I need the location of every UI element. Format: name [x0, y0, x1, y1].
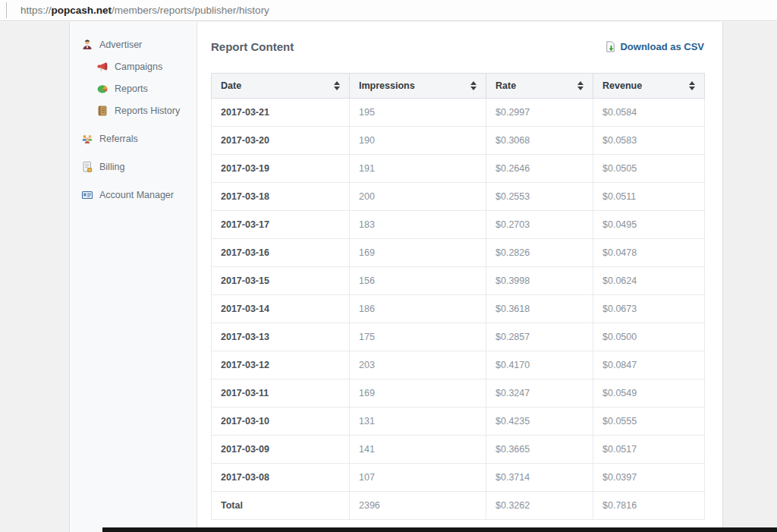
cell-rate: $0.2997: [486, 99, 593, 127]
cell-revenue: $0.0397: [593, 464, 705, 492]
sidebar-item-label: Campaigns: [115, 61, 162, 72]
cell-impressions: 190: [350, 127, 486, 155]
url-domain: popcash.net: [52, 5, 112, 16]
sidebar-item-advertiser[interactable]: Advertiser: [71, 33, 197, 55]
cell-rate: $0.2826: [486, 239, 593, 267]
cell-impressions: 191: [350, 155, 486, 183]
cell-revenue: $0.0495: [593, 211, 705, 239]
report-content-panel: Report Content Download as CSV Date Impr…: [198, 22, 722, 532]
address-bar-divider: [6, 2, 7, 18]
sort-icon[interactable]: [470, 81, 477, 90]
sidebar-item-referrals[interactable]: Referrals: [71, 127, 197, 150]
sidebar-item-label: Reports: [115, 83, 148, 94]
cell-date: 2017-03-20: [212, 127, 350, 155]
column-header-rate[interactable]: Rate: [486, 74, 593, 99]
column-header-revenue[interactable]: Revenue: [593, 74, 705, 99]
cell-impressions: 186: [350, 295, 486, 323]
cell-impressions: 175: [350, 323, 486, 351]
cell-date: 2017-03-16: [212, 239, 350, 267]
download-csv-label: Download as CSV: [620, 41, 704, 52]
sidebar-item-account-manager[interactable]: Account Manager: [71, 184, 197, 206]
cell-revenue: $0.0511: [593, 183, 705, 211]
url-text[interactable]: https://popcash.net/members/reports/publ…: [20, 0, 269, 20]
sidebar-item-label: Advertiser: [99, 39, 142, 50]
cell-date: 2017-03-18: [212, 183, 350, 211]
table-row: 2017-03-21 195 $0.2997 $0.0584: [212, 99, 705, 127]
pie-chart-icon: [96, 83, 109, 95]
cell-revenue: $0.0624: [593, 267, 705, 295]
cell-rate: $0.3618: [486, 295, 593, 323]
cell-impressions: 203: [350, 351, 486, 379]
sidebar-item-label: Reports History: [115, 105, 180, 116]
megaphone-icon: [96, 61, 109, 73]
cell-impressions: 195: [350, 99, 486, 127]
total-label: Total: [212, 492, 350, 520]
cell-date: 2017-03-19: [212, 155, 350, 183]
sidebar-item-billing[interactable]: Billing: [71, 156, 197, 178]
id-card-icon: [81, 189, 93, 201]
cell-rate: $0.4170: [486, 351, 593, 379]
cell-revenue: $0.0500: [593, 323, 705, 351]
table-row: 2017-03-18 200 $0.2553 $0.0511: [212, 183, 705, 211]
sidebar-item-reports[interactable]: Reports: [71, 77, 197, 99]
cell-rate: $0.4235: [486, 408, 593, 436]
cell-impressions: 169: [350, 239, 486, 267]
cell-impressions: 200: [350, 183, 486, 211]
cell-rate: $0.3068: [486, 127, 593, 155]
cell-date: 2017-03-11: [212, 379, 350, 408]
report-table-header: Date Impressions Rate Revenue: [212, 74, 705, 99]
report-table: Date Impressions Rate Revenue 2017-03-: [211, 73, 705, 520]
url-path: /members/reports/publisher/history: [112, 5, 269, 16]
cell-revenue: $0.0555: [593, 408, 705, 436]
cell-rate: $0.2703: [486, 211, 593, 239]
cell-rate: $0.2553: [486, 183, 593, 211]
cell-impressions: 141: [350, 436, 486, 464]
total-rate: $0.3262: [486, 492, 593, 520]
download-csv-icon: [605, 41, 616, 52]
cell-impressions: 107: [350, 464, 486, 492]
cell-rate: $0.3998: [486, 267, 593, 295]
page-body: Advertiser Campaigns Reports Reports His…: [0, 22, 777, 532]
cell-impressions: 156: [350, 267, 486, 295]
total-impressions: 2396: [350, 492, 486, 520]
cell-rate: $0.3247: [486, 379, 593, 408]
table-row: 2017-03-15 156 $0.3998 $0.0624: [212, 267, 705, 295]
table-row: 2017-03-11 169 $0.3247 $0.0549: [212, 379, 705, 408]
cell-rate: $0.3665: [486, 436, 593, 464]
cell-rate: $0.2857: [486, 323, 593, 351]
cell-date: 2017-03-13: [212, 323, 350, 351]
cell-impressions: 169: [350, 379, 486, 408]
cell-date: 2017-03-08: [212, 464, 350, 492]
table-row: 2017-03-16 169 $0.2826 $0.0478: [212, 239, 705, 267]
sort-icon[interactable]: [577, 81, 584, 90]
browser-address-bar[interactable]: https://popcash.net/members/reports/publ…: [0, 0, 777, 21]
cell-date: 2017-03-17: [212, 211, 350, 239]
sidebar-item-label: Account Manager: [99, 190, 174, 200]
download-csv-link[interactable]: Download as CSV: [605, 41, 704, 52]
notebook-icon: [96, 105, 109, 117]
table-row: 2017-03-12 203 $0.4170 $0.0847: [212, 351, 705, 379]
table-row: 2017-03-14 186 $0.3618 $0.0673: [212, 295, 705, 323]
cell-revenue: $0.0549: [593, 379, 705, 408]
sidebar-item-campaigns[interactable]: Campaigns: [71, 55, 197, 77]
column-header-impressions[interactable]: Impressions: [350, 74, 486, 99]
taskbar-strip: [102, 527, 777, 532]
column-header-date[interactable]: Date: [212, 74, 350, 99]
table-row: 2017-03-13 175 $0.2857 $0.0500: [212, 323, 705, 351]
sidebar-item-reports-history[interactable]: Reports History: [71, 99, 197, 121]
cell-revenue: $0.0583: [593, 127, 705, 155]
sort-icon[interactable]: [689, 81, 695, 90]
cell-revenue: $0.0505: [593, 155, 705, 183]
sort-icon[interactable]: [334, 81, 340, 90]
cell-date: 2017-03-14: [212, 295, 350, 323]
table-total-row: Total 2396 $0.3262 $0.7816: [212, 492, 705, 520]
cell-revenue: $0.0478: [593, 239, 705, 267]
cell-revenue: $0.0673: [593, 295, 705, 323]
sidebar: Advertiser Campaigns Reports Reports His…: [71, 22, 197, 532]
cell-date: 2017-03-12: [212, 351, 350, 379]
total-revenue: $0.7816: [593, 492, 705, 520]
table-row: 2017-03-09 141 $0.3665 $0.0517: [212, 436, 705, 464]
cell-date: 2017-03-21: [212, 99, 350, 127]
cell-revenue: $0.0584: [593, 99, 705, 127]
sidebar-item-label: Billing: [99, 162, 124, 172]
